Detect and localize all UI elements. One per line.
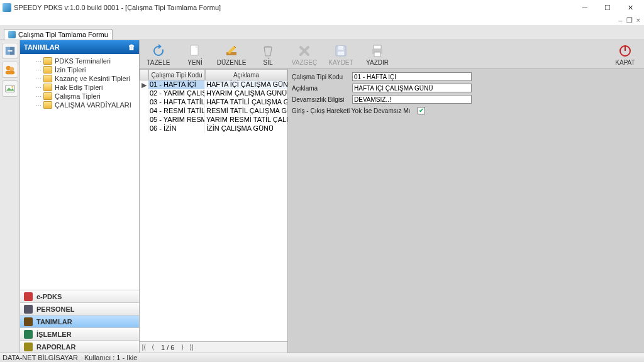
- cell-kod: 02 - YARIM ÇALIŞMA: [148, 89, 205, 98]
- window-title: SPEEDY PDKS v:1.0.0 build 0001 - [Çalışm…: [14, 4, 574, 11]
- refresh-button[interactable]: TAZELE: [141, 41, 176, 67]
- cancel-icon: [297, 43, 312, 58]
- nav-header: TANIMLAR 🗑: [20, 40, 139, 54]
- nav-section-i̇şlemler[interactable]: İŞLEMLER: [20, 327, 139, 340]
- tree-dots-icon: ⋯: [35, 67, 41, 74]
- doc-tab-calisma-tipi[interactable]: Çalışma Tipi Tamlama Formu: [4, 29, 113, 40]
- minimize-button[interactable]: ─: [574, 1, 596, 14]
- tree-dots-icon: ⋯: [35, 75, 41, 82]
- mdi-controls: – ❐ ×: [0, 15, 644, 25]
- doc-tab-label: Çalışma Tipi Tamlama Formu: [18, 31, 108, 38]
- row-indicator: [140, 89, 148, 98]
- close-button[interactable]: ✕: [619, 1, 641, 14]
- nav-item[interactable]: ⋯ÇALIŞMA VARDİYALARI: [20, 101, 139, 109]
- folder-icon: [43, 57, 52, 65]
- table-row[interactable]: 06 - İZİNİZİN ÇALIŞMA GÜNÜ: [140, 124, 287, 133]
- grid-nav-first[interactable]: |⟨: [140, 343, 148, 351]
- nav-item[interactable]: ⋯PDKS Terminalleri: [20, 57, 139, 65]
- new-button[interactable]: YENİ: [177, 41, 213, 67]
- svg-rect-15: [338, 52, 344, 55]
- tree-dots-icon: ⋯: [35, 93, 41, 100]
- nav-header-label: TANIMLAR: [24, 43, 60, 51]
- grid-footer: |⟨ ⟨ 1 / 6 ⟩ ⟩|: [140, 341, 287, 353]
- edit-icon: [224, 43, 239, 58]
- save-button[interactable]: KAYDET: [323, 41, 358, 67]
- nav-section-label: e-PDKS: [36, 293, 62, 300]
- grid-nav-last[interactable]: ⟩|: [187, 343, 196, 351]
- status-bar: DATA-NET BİLGİSAYAR Kullanıcı : 1 - Ikie: [0, 353, 644, 362]
- nav-item-label: İzin Tipleri: [55, 66, 86, 74]
- svg-rect-16: [374, 45, 381, 49]
- app-logo-icon: [3, 3, 11, 12]
- module-toggle-button[interactable]: [2, 43, 18, 59]
- mdi-restore-icon[interactable]: ❐: [626, 16, 633, 25]
- nav-item[interactable]: ⋯Çalışma Tipleri: [20, 92, 139, 101]
- status-company: DATA-NET BİLGİSAYAR: [3, 354, 78, 361]
- print-icon: [370, 43, 385, 58]
- folder-icon: [43, 84, 52, 91]
- nav-item-label: PDKS Terminalleri: [55, 57, 111, 65]
- cancel-button[interactable]: VAZGEÇ: [287, 41, 322, 67]
- svg-rect-18: [374, 52, 380, 57]
- nav-section-tanimlar[interactable]: TANIMLAR: [20, 315, 139, 327]
- nav-item[interactable]: ⋯İzin Tipleri: [20, 65, 139, 74]
- module-people-button[interactable]: [2, 62, 18, 78]
- nav-section-personel[interactable]: PERSONEL: [20, 302, 139, 315]
- nav-section-label: İŞLEMLER: [36, 331, 72, 338]
- label-kod: Çalışma Tipi Kodu: [292, 74, 352, 80]
- grid: Çalışma Tipi Kodu Açıklama ▶01 - HAFTA İ…: [140, 69, 288, 353]
- refresh-icon: [151, 43, 166, 58]
- status-user: Kullanıcı : 1 - Ikie: [84, 354, 137, 361]
- svg-rect-5: [5, 71, 14, 74]
- row-indicator: [140, 116, 148, 124]
- module-photo-button[interactable]: [2, 80, 18, 97]
- nav-panel: TANIMLAR 🗑 ⋯PDKS Terminalleri⋯İzin Tiple…: [20, 40, 140, 353]
- edit-button[interactable]: DÜZENLE: [214, 41, 249, 67]
- trash-icon[interactable]: 🗑: [128, 43, 135, 51]
- nav-section-label: TANIMLAR: [36, 318, 72, 326]
- table-row[interactable]: 04 - RESMİ TATİLRESMİ TATİL ÇALIŞMA GÜNÜ: [140, 107, 287, 116]
- tree-dots-icon: ⋯: [35, 84, 41, 91]
- delete-button[interactable]: SİL: [250, 41, 286, 67]
- label-giris-cikis: Giriş - Çıkış Hareketi Yok İse Devamsız …: [292, 107, 418, 114]
- nav-item-label: Çalışma Tipleri: [55, 92, 101, 100]
- cell-kod: 06 - İZİN: [148, 124, 205, 133]
- grid-nav-next[interactable]: ⟩: [178, 343, 187, 351]
- nav-item[interactable]: ⋯Hak Ediş Tipleri: [20, 83, 139, 92]
- table-row[interactable]: 05 - YARIM RESMİ TATİLYARIM RESMİ TATİL …: [140, 116, 287, 124]
- grid-col-kod[interactable]: Çalışma Tipi Kodu: [148, 69, 205, 80]
- grid-position: 1 / 6: [157, 344, 178, 351]
- title-bar: SPEEDY PDKS v:1.0.0 build 0001 - [Çalışm…: [0, 0, 644, 15]
- tree-dots-icon: ⋯: [35, 102, 41, 109]
- folder-icon: [43, 92, 52, 100]
- nav-section-raporlar[interactable]: RAPORLAR: [20, 340, 139, 353]
- grid-nav-prev[interactable]: ⟨: [148, 343, 157, 351]
- cell-kod: 03 - HAFTA TATİLİ: [148, 98, 205, 107]
- power-icon: [618, 43, 633, 58]
- table-row[interactable]: ▶01 - HAFTA İÇİHAFTA İÇİ ÇALIŞMA GÜNÜ: [140, 80, 287, 89]
- mdi-close-icon[interactable]: ×: [636, 16, 640, 24]
- cell-kod: 01 - HAFTA İÇİ: [148, 80, 205, 89]
- detail-form: Çalışma Tipi Kodu Açıklama Devamsızlık B…: [288, 69, 644, 353]
- document-tabstrip: Çalışma Tipi Tamlama Formu: [0, 25, 644, 40]
- print-button[interactable]: YAZDIR: [360, 41, 395, 67]
- save-icon: [333, 43, 348, 58]
- section-icon: [24, 330, 33, 339]
- nav-item[interactable]: ⋯Kazanç ve Kesinti Tipleri: [20, 74, 139, 83]
- maximize-button[interactable]: ☐: [596, 1, 619, 14]
- close-form-button[interactable]: KAPAT: [608, 41, 643, 67]
- input-aciklama[interactable]: [352, 84, 472, 92]
- form-icon: [8, 31, 16, 38]
- grid-body[interactable]: ▶01 - HAFTA İÇİHAFTA İÇİ ÇALIŞMA GÜNÜ02 …: [140, 80, 287, 341]
- mdi-minimize-icon[interactable]: –: [618, 16, 622, 24]
- nav-section-e-pdks[interactable]: e-PDKS: [20, 290, 139, 302]
- grid-col-aciklama[interactable]: Açıklama: [205, 69, 287, 80]
- svg-rect-11: [226, 52, 236, 55]
- cell-aciklama: HAFTA İÇİ ÇALIŞMA GÜNÜ: [205, 80, 287, 89]
- table-row[interactable]: 02 - YARIM ÇALIŞMAHYARIM ÇALIŞMA GÜNÜ: [140, 89, 287, 98]
- row-indicator: [140, 98, 148, 107]
- input-kod[interactable]: [352, 72, 472, 81]
- checkbox-devamsiz[interactable]: ✔: [418, 107, 425, 114]
- input-devamsizlik[interactable]: [352, 95, 472, 104]
- table-row[interactable]: 03 - HAFTA TATİLİHAFTA TATİLİ ÇALIŞMA GÜ…: [140, 98, 287, 107]
